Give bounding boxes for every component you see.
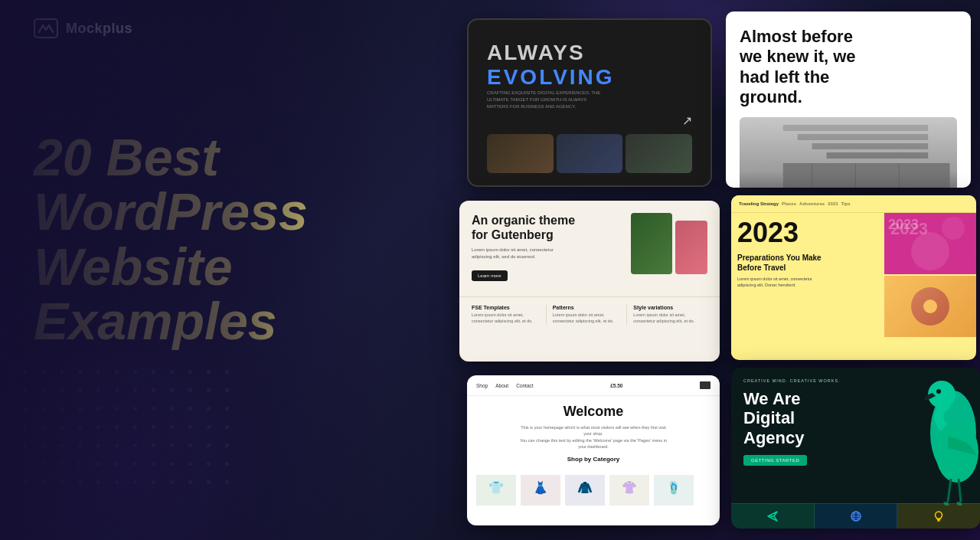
logo: Mockplus: [34, 18, 132, 38]
card4-right: 2023: [884, 213, 976, 355]
card6-lightbulb-icon-box: [897, 503, 980, 529]
card3-style-variations: Style variations Lorem ipsum dolor sit a…: [627, 305, 707, 324]
card6-inner: CREATIVE MIND. CREATIVE WORKS. We Are Di…: [731, 368, 980, 529]
card5-shop-by-category: Shop by Category: [476, 456, 710, 463]
card4-article-title: Preparations You MakeBefore Travel: [737, 253, 878, 273]
card1-img-3: [626, 134, 692, 173]
card5-nav-about: About: [495, 383, 508, 388]
card6-cta-button: GETTING STARTED: [743, 455, 807, 466]
card4-article-text: Lorem ipsum dolor sit amet, consectetura…: [737, 276, 878, 289]
card4-left: 2023 Preparations You MakeBefore Travel …: [731, 213, 884, 355]
card1-desc: CRAFTING EXQUISITE DIGITAL EXPERIENCES: …: [487, 90, 602, 110]
svg-text:🩴: 🩴: [666, 480, 681, 495]
svg-rect-13: [700, 381, 710, 389]
card4-tab-traveling: Traveling Strategy: [739, 201, 779, 206]
card6-icon-bar: [731, 503, 980, 529]
card-travel-blog: Traveling Strategy Places Adventures 202…: [731, 195, 976, 360]
card4-tab-2023: 2023: [828, 201, 838, 206]
card-digital-agency: CREATIVE MIND. CREATIVE WORKS. We Are Di…: [731, 368, 980, 529]
card3-desc: Lorem ipsum dolor sit amet, consectetura…: [472, 247, 622, 260]
card4-tab-adventures: Adventures: [799, 201, 825, 206]
card3-footer: FSE Templates Lorem ipsum dolor sit amet…: [459, 296, 720, 332]
svg-rect-5: [783, 163, 950, 188]
card5-welcome: Welcome: [476, 404, 710, 420]
card6-send-icon-box: [731, 503, 815, 529]
flamingo-illustration: [888, 371, 980, 517]
card5-products: 👕 👗 🧥 👚 🩴: [467, 470, 720, 510]
svg-point-12: [942, 217, 965, 240]
card4-tab-places: Places: [782, 201, 796, 206]
globe-icon: [850, 510, 862, 522]
card-woocommerce-shop: Shop About Contact £5.50 Welcome This is…: [467, 375, 720, 525]
card-organic-theme: An organic themefor Gutenberg Lorem ipsu…: [459, 201, 720, 362]
svg-text:🧥: 🧥: [577, 480, 593, 495]
svg-line-28: [948, 479, 951, 502]
card1-img-2: [557, 134, 623, 173]
card2-title: Almost before we knew it, we had left th…: [740, 27, 877, 108]
card5-header: Shop About Contact £5.50: [467, 375, 720, 396]
card5-body: Welcome This is your homepage which is w…: [467, 396, 720, 470]
card5-product-1: 👕: [476, 475, 516, 506]
screenshots-area: ALWAYS EVOLVING CRAFTING EXQUISITE DIGIT…: [459, 0, 980, 540]
svg-text:👗: 👗: [533, 480, 548, 495]
card5-product-5: 🩴: [654, 475, 694, 506]
svg-text:👚: 👚: [622, 480, 637, 495]
card1-subtitle: EVOLVING: [487, 65, 692, 90]
svg-line-29: [959, 479, 961, 502]
card5-description: This is your homepage which is what most…: [517, 424, 670, 450]
card3-patterns: Patterns Lorem ipsum dolor sit amet, con…: [547, 305, 628, 324]
card2-image: [740, 117, 957, 188]
card4-bottom-image: [884, 276, 976, 337]
card1-arrow: ↗: [487, 113, 692, 128]
card5-nav: Shop About Contact: [476, 383, 534, 388]
logo-text: Mockplus: [66, 21, 132, 37]
card4-content: 2023 Preparations You MakeBefore Travel …: [731, 213, 976, 355]
card6-globe-icon-box: [815, 503, 898, 529]
donut-decoration: [911, 287, 949, 326]
card5-product-3: 🧥: [565, 475, 605, 506]
card-almost-before: Almost before we knew it, we had left th…: [726, 11, 971, 188]
svg-rect-3: [812, 143, 928, 149]
lightbulb-icon: [933, 510, 945, 522]
card4-header: Traveling Strategy Places Adventures 202…: [731, 195, 976, 213]
svg-rect-1: [783, 125, 928, 131]
svg-point-26: [936, 389, 941, 394]
card5-nav-shop: Shop: [476, 383, 488, 388]
card1-images: [487, 134, 692, 173]
card1-title: ALWAYS: [487, 41, 692, 65]
card3-title: An organic themefor Gutenberg: [472, 213, 622, 242]
svg-rect-2: [798, 134, 928, 140]
card4-tab-tips: Tips: [841, 201, 850, 206]
send-icon: [766, 510, 779, 522]
svg-point-11: [911, 232, 949, 270]
card-always-evolving: ALWAYS EVOLVING CRAFTING EXQUISITE DIGIT…: [467, 18, 712, 187]
dot-grid-decoration: const grid = document.querySelector('.do…: [23, 370, 239, 494]
card1-img-1: [487, 134, 554, 173]
card3-flower-image: [675, 221, 707, 274]
card4-top-image: 2023: [884, 213, 976, 274]
card3-learn-more-btn: Learn more: [472, 270, 508, 281]
card5-product-4: 👚: [609, 475, 649, 506]
mockplus-logo-icon: [34, 18, 58, 38]
svg-rect-4: [827, 152, 929, 159]
card4-year: 2023: [737, 219, 878, 247]
svg-text:👕: 👕: [488, 480, 504, 495]
card5-nav-contact: Contact: [516, 383, 533, 388]
card5-product-2: 👗: [521, 475, 560, 506]
page-title: 20 BestWordPressWebsite Examples: [34, 130, 478, 349]
card3-plant-image: [631, 213, 672, 274]
card5-cart-icon: [700, 381, 710, 389]
card6-title: We Are Digital Agency: [743, 389, 851, 447]
card5-price: £5.50: [610, 383, 622, 388]
card3-fse-templates: FSE Templates Lorem ipsum dolor sit amet…: [472, 305, 547, 324]
